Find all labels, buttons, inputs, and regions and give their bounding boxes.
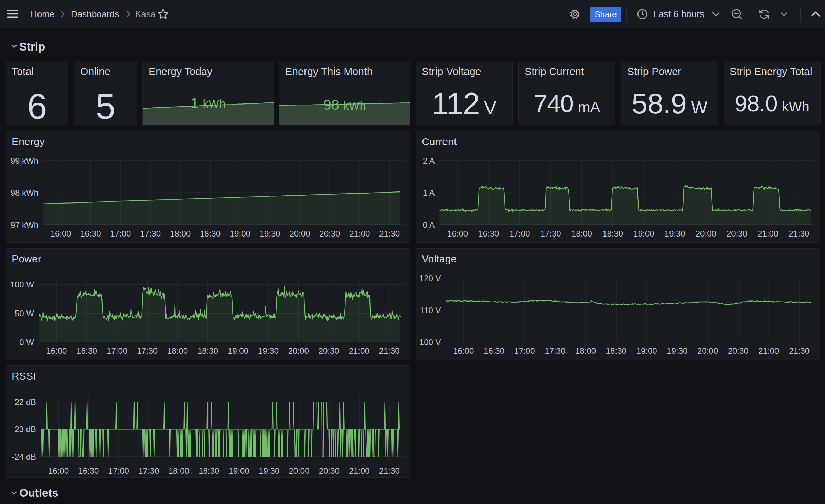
svg-text:21:30: 21:30 bbox=[789, 229, 809, 238]
svg-text:17:30: 17:30 bbox=[137, 346, 158, 355]
svg-text:21:00: 21:00 bbox=[758, 346, 779, 355]
svg-text:0 W: 0 W bbox=[19, 338, 34, 347]
svg-text:20:00: 20:00 bbox=[697, 346, 718, 355]
svg-text:98 kWh: 98 kWh bbox=[11, 188, 39, 197]
svg-text:18:30: 18:30 bbox=[200, 229, 221, 238]
svg-text:21:00: 21:00 bbox=[758, 229, 778, 238]
svg-text:19:00: 19:00 bbox=[633, 229, 654, 238]
svg-text:120 V: 120 V bbox=[419, 274, 441, 283]
svg-text:-22 dB: -22 dB bbox=[12, 397, 36, 407]
svg-text:20:30: 20:30 bbox=[728, 346, 749, 355]
svg-text:19:00: 19:00 bbox=[636, 346, 657, 355]
svg-text:20:00: 20:00 bbox=[289, 466, 309, 475]
svg-text:20:00: 20:00 bbox=[288, 346, 309, 355]
svg-text:18:30: 18:30 bbox=[197, 346, 218, 355]
svg-text:21:30: 21:30 bbox=[379, 229, 400, 238]
svg-text:16:00: 16:00 bbox=[453, 346, 474, 355]
svg-text:16:30: 16:30 bbox=[484, 346, 504, 355]
svg-text:17:00: 17:00 bbox=[108, 466, 129, 475]
svg-text:20:30: 20:30 bbox=[319, 346, 339, 355]
svg-text:21:30: 21:30 bbox=[379, 466, 400, 475]
svg-text:16:30: 16:30 bbox=[78, 466, 99, 475]
svg-text:19:30: 19:30 bbox=[260, 229, 280, 238]
svg-text:100 W: 100 W bbox=[10, 280, 34, 289]
svg-text:16:30: 16:30 bbox=[478, 229, 499, 238]
svg-text:20:00: 20:00 bbox=[696, 229, 716, 238]
svg-text:19:30: 19:30 bbox=[665, 229, 685, 238]
svg-text:21:00: 21:00 bbox=[349, 346, 369, 355]
svg-text:19:30: 19:30 bbox=[667, 346, 687, 355]
svg-text:16:00: 16:00 bbox=[46, 346, 67, 355]
svg-text:21:30: 21:30 bbox=[379, 346, 400, 355]
svg-text:20:30: 20:30 bbox=[319, 229, 340, 238]
svg-text:-24 dB: -24 dB bbox=[12, 452, 36, 461]
svg-text:0 A: 0 A bbox=[423, 220, 435, 230]
svg-text:19:00: 19:00 bbox=[230, 229, 250, 238]
svg-text:1 A: 1 A bbox=[423, 188, 435, 197]
svg-text:16:00: 16:00 bbox=[447, 229, 468, 238]
svg-text:18:00: 18:00 bbox=[169, 466, 189, 475]
svg-text:2 A: 2 A bbox=[423, 156, 435, 165]
svg-text:18:30: 18:30 bbox=[602, 229, 623, 238]
svg-text:17:30: 17:30 bbox=[138, 466, 159, 475]
svg-text:20:30: 20:30 bbox=[727, 229, 747, 238]
svg-text:16:30: 16:30 bbox=[80, 229, 101, 238]
svg-text:21:00: 21:00 bbox=[349, 466, 369, 475]
svg-text:17:30: 17:30 bbox=[540, 229, 561, 238]
svg-text:100 V: 100 V bbox=[419, 338, 441, 347]
svg-text:50 W: 50 W bbox=[15, 309, 34, 318]
svg-text:19:00: 19:00 bbox=[229, 466, 249, 475]
svg-text:21:00: 21:00 bbox=[349, 229, 370, 238]
svg-text:16:30: 16:30 bbox=[76, 346, 97, 355]
svg-text:16:00: 16:00 bbox=[51, 229, 71, 238]
svg-text:97 kWh: 97 kWh bbox=[11, 220, 39, 230]
svg-text:18:30: 18:30 bbox=[606, 346, 626, 355]
svg-text:18:30: 18:30 bbox=[199, 466, 219, 475]
svg-text:110 V: 110 V bbox=[420, 306, 441, 315]
svg-text:20:00: 20:00 bbox=[289, 229, 310, 238]
svg-text:19:30: 19:30 bbox=[258, 346, 279, 355]
svg-text:16:00: 16:00 bbox=[48, 466, 69, 475]
svg-text:18:00: 18:00 bbox=[575, 346, 596, 355]
svg-text:17:00: 17:00 bbox=[110, 229, 131, 238]
svg-text:20:30: 20:30 bbox=[319, 466, 340, 475]
svg-text:17:00: 17:00 bbox=[514, 346, 535, 355]
svg-text:18:00: 18:00 bbox=[167, 346, 188, 355]
svg-text:-23 dB: -23 dB bbox=[12, 425, 36, 434]
svg-text:99 kWh: 99 kWh bbox=[11, 156, 39, 165]
svg-text:17:30: 17:30 bbox=[140, 229, 161, 238]
svg-text:17:00: 17:00 bbox=[509, 229, 530, 238]
svg-text:21:30: 21:30 bbox=[789, 346, 810, 355]
svg-text:19:00: 19:00 bbox=[228, 346, 248, 355]
svg-text:19:30: 19:30 bbox=[259, 466, 279, 475]
svg-text:18:00: 18:00 bbox=[571, 229, 592, 238]
svg-text:18:00: 18:00 bbox=[170, 229, 191, 238]
svg-text:17:00: 17:00 bbox=[107, 346, 127, 355]
svg-text:17:30: 17:30 bbox=[545, 346, 565, 355]
